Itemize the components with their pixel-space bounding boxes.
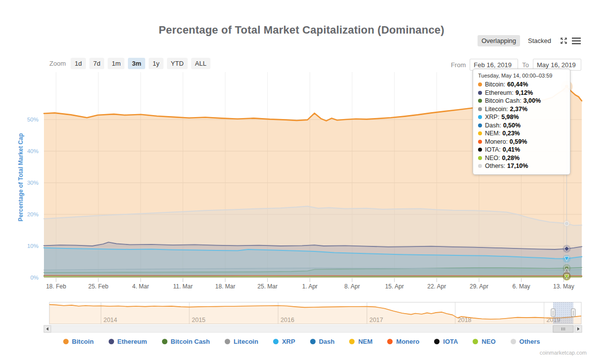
legend-label: Monero: [396, 338, 419, 345]
x-axis-label: 25. Mar: [257, 283, 278, 290]
tooltip-series-name: XRP:: [485, 113, 499, 121]
legend-marker-icon: [162, 339, 167, 344]
chart-legend: BitcoinEthereumBitcoin CashLitecoinXRPDa…: [0, 338, 603, 345]
tooltip-series-value: 0,23%: [502, 129, 520, 138]
legend-marker-icon: [109, 339, 114, 344]
scrollbar-thumb[interactable]: [553, 325, 573, 332]
tooltip-series-value: 0,28%: [502, 154, 520, 162]
from-label: From: [451, 61, 466, 69]
y-axis-label: 30%: [27, 180, 39, 186]
marker-others: [564, 221, 568, 225]
legend-label: Bitcoin Cash: [171, 338, 210, 345]
legend-label: Ethereum: [118, 338, 147, 345]
legend-marker-icon: [225, 339, 230, 344]
tooltip-series-value: 60,44%: [507, 81, 528, 89]
tooltip-row-others: Others:17,10%: [478, 162, 565, 170]
tooltip-series-name: NEM:: [485, 129, 500, 138]
x-axis-label: 18. Feb: [46, 283, 66, 290]
series-color-dot: [478, 140, 482, 144]
x-axis-label: 6. May: [513, 283, 530, 290]
legend-item-ethereum[interactable]: Ethereum: [109, 338, 147, 345]
tooltip-series-value: 9,12%: [516, 89, 533, 97]
legend-marker-icon: [473, 339, 478, 344]
navigator-handle-right[interactable]: [571, 309, 575, 317]
legend-item-monero[interactable]: Monero: [387, 338, 419, 345]
x-axis-label: 8. Apr: [344, 283, 360, 290]
tooltip-series-name: NEO:: [485, 154, 500, 162]
tooltip-series-value: 2,37%: [510, 105, 527, 114]
scrollbar-track[interactable]: [44, 325, 582, 332]
tooltip-row-dash: Dash:0,50%: [478, 121, 565, 130]
tooltip-series-name: Litecoin:: [485, 105, 508, 114]
tooltip-series-value: 0,41%: [503, 146, 520, 154]
y-axis-label: 20%: [27, 211, 39, 217]
legend-marker-icon: [273, 339, 279, 344]
legend-label: Litecoin: [234, 338, 258, 345]
series-color-dot: [478, 82, 482, 86]
tooltip-row-ethereum: Ethereum:9,12%: [478, 89, 565, 97]
legend-item-nem[interactable]: NEM: [349, 338, 372, 345]
legend-item-dash[interactable]: Dash: [310, 338, 335, 345]
legend-label: Others: [520, 338, 540, 345]
series-color-dot: [478, 148, 482, 152]
tooltip-row-neo: NEO:0,28%: [478, 154, 565, 162]
legend-label: NEM: [358, 338, 372, 345]
legend-label: Bitcoin: [72, 338, 94, 345]
legend-item-others[interactable]: Others: [511, 338, 540, 345]
legend-label: IOTA: [443, 338, 458, 345]
tooltip-date: Tuesday, May 14, 00:00–03:59: [478, 73, 565, 79]
series-color-dot: [478, 99, 482, 103]
y-axis-label: 40%: [27, 148, 39, 154]
series-color-dot: [478, 131, 482, 135]
series-color-dot: [478, 91, 482, 95]
legend-item-neo[interactable]: NEO: [473, 338, 495, 345]
tooltip-series-value: 17,10%: [507, 162, 528, 170]
tooltip-series-name: Bitcoin Cash:: [485, 97, 522, 105]
x-axis-label: 29. Apr: [470, 283, 488, 290]
legend-marker-icon: [511, 339, 516, 344]
legend-marker-icon: [63, 339, 69, 344]
tooltip-series-name: Bitcoin:: [485, 81, 505, 89]
legend-item-bitcoin-cash[interactable]: Bitcoin Cash: [162, 338, 210, 345]
legend-item-litecoin[interactable]: Litecoin: [225, 338, 258, 345]
legend-label: XRP: [282, 338, 295, 345]
scrollbar-left-arrow[interactable]: [44, 325, 51, 332]
watermark: coinmarketcap.com: [540, 350, 587, 356]
series-color-dot: [478, 164, 482, 168]
tooltip-series-value: 3,00%: [523, 97, 541, 105]
x-axis-label: 1. Apr: [302, 283, 318, 290]
tooltip-row-iota: IOTA:0,41%: [478, 146, 565, 154]
legend-item-bitcoin[interactable]: Bitcoin: [63, 338, 94, 345]
legend-marker-icon: [349, 339, 355, 344]
series-color-dot: [478, 156, 482, 160]
dominance-chart: 0%10%20%30%40%50%18. Feb25. Feb4. Mar11.…: [0, 0, 603, 364]
legend-marker-icon: [387, 339, 393, 344]
tooltip-series-value: 0,59%: [510, 138, 527, 146]
tooltip-series-value: 5,98%: [501, 113, 519, 121]
tooltip-series-name: Others:: [485, 162, 505, 170]
tooltip-row-nem: NEM:0,23%: [478, 129, 565, 138]
series-color-dot: [478, 107, 482, 111]
x-axis-label: 13. May: [553, 283, 574, 290]
y-axis-title: Percentage of Total Market Cap: [17, 115, 24, 240]
chart-tooltip: Tuesday, May 14, 00:00–03:59 Bitcoin:60,…: [473, 69, 570, 175]
tooltip-row-bitcoin: Bitcoin:60,44%: [478, 81, 565, 89]
x-axis-label: 4. Mar: [132, 283, 149, 290]
navigator-handle-left[interactable]: [551, 309, 555, 317]
x-axis-label: 25. Feb: [88, 283, 109, 290]
y-axis-label: 0%: [30, 275, 39, 281]
series-color-dot: [478, 123, 482, 127]
series-color-dot: [478, 115, 482, 119]
to-label: To: [522, 61, 529, 69]
x-axis-label: 11. Mar: [173, 283, 193, 290]
tooltip-series-name: IOTA:: [485, 146, 501, 154]
y-axis-label: 10%: [27, 243, 39, 249]
tooltip-row-bitcoin-cash: Bitcoin Cash:3,00%: [478, 97, 565, 105]
legend-item-iota[interactable]: IOTA: [434, 338, 458, 345]
scrollbar-right-arrow[interactable]: [575, 325, 582, 332]
tooltip-series-value: 0,50%: [503, 121, 521, 130]
legend-item-xrp[interactable]: XRP: [273, 338, 295, 345]
tooltip-row-xrp: XRP:5,98%: [478, 113, 565, 121]
legend-label: NEO: [482, 338, 495, 345]
x-axis-label: 22. Apr: [427, 283, 446, 290]
